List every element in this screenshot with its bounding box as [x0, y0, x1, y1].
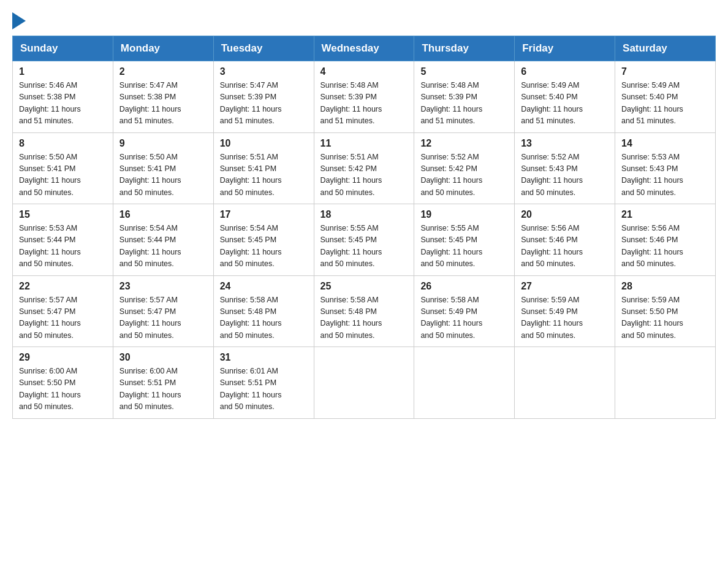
day-number: 26 — [420, 281, 508, 292]
day-number: 2 — [119, 66, 207, 77]
day-info: Sunrise: 6:00 AMSunset: 5:51 PMDaylight:… — [119, 366, 207, 413]
logo-arrow-icon — [12, 12, 26, 29]
day-number: 3 — [220, 66, 308, 77]
day-cell: 17 Sunrise: 5:54 AMSunset: 5:45 PMDaylig… — [213, 204, 314, 276]
day-cell: 14 Sunrise: 5:53 AMSunset: 5:43 PMDaylig… — [615, 132, 716, 204]
day-number: 29 — [19, 352, 107, 363]
day-cell: 30 Sunrise: 6:00 AMSunset: 5:51 PMDaylig… — [113, 347, 213, 419]
day-number: 14 — [621, 138, 709, 149]
day-cell — [414, 347, 515, 419]
day-cell: 5 Sunrise: 5:48 AMSunset: 5:39 PMDayligh… — [414, 61, 515, 133]
day-cell: 29 Sunrise: 6:00 AMSunset: 5:50 PMDaylig… — [13, 347, 113, 419]
day-cell: 28 Sunrise: 5:59 AMSunset: 5:50 PMDaylig… — [615, 275, 716, 347]
weekday-header-thursday: Thursday — [414, 36, 515, 61]
day-info: Sunrise: 5:49 AMSunset: 5:40 PMDaylight:… — [521, 80, 609, 128]
day-info: Sunrise: 5:58 AMSunset: 5:49 PMDaylight:… — [420, 294, 508, 342]
day-number: 5 — [420, 66, 508, 77]
day-cell — [515, 347, 615, 419]
day-info: Sunrise: 5:52 AMSunset: 5:43 PMDaylight:… — [521, 151, 609, 199]
logo — [12, 12, 26, 29]
day-cell: 16 Sunrise: 5:54 AMSunset: 5:44 PMDaylig… — [113, 204, 213, 276]
calendar-table: SundayMondayTuesdayWednesdayThursdayFrid… — [12, 36, 716, 419]
day-number: 27 — [521, 281, 609, 292]
week-row-2: 8 Sunrise: 5:50 AMSunset: 5:41 PMDayligh… — [13, 132, 716, 204]
day-number: 19 — [420, 209, 508, 220]
day-cell: 7 Sunrise: 5:49 AMSunset: 5:40 PMDayligh… — [615, 61, 716, 133]
day-number: 28 — [621, 281, 709, 292]
day-cell: 15 Sunrise: 5:53 AMSunset: 5:44 PMDaylig… — [13, 204, 113, 276]
day-number: 30 — [119, 352, 207, 363]
day-number: 15 — [19, 209, 107, 220]
day-cell — [615, 347, 716, 419]
day-cell: 8 Sunrise: 5:50 AMSunset: 5:41 PMDayligh… — [13, 132, 113, 204]
day-info: Sunrise: 6:00 AMSunset: 5:50 PMDaylight:… — [19, 366, 107, 413]
day-info: Sunrise: 5:56 AMSunset: 5:46 PMDaylight:… — [621, 223, 709, 270]
day-number: 25 — [320, 281, 408, 292]
weekday-header-tuesday: Tuesday — [213, 36, 314, 61]
day-info: Sunrise: 5:51 AMSunset: 5:42 PMDaylight:… — [320, 151, 408, 199]
day-cell: 22 Sunrise: 5:57 AMSunset: 5:47 PMDaylig… — [13, 275, 113, 347]
day-cell: 24 Sunrise: 5:58 AMSunset: 5:48 PMDaylig… — [213, 275, 314, 347]
day-info: Sunrise: 5:49 AMSunset: 5:40 PMDaylight:… — [621, 80, 709, 128]
day-cell: 2 Sunrise: 5:47 AMSunset: 5:38 PMDayligh… — [113, 61, 213, 133]
day-info: Sunrise: 5:53 AMSunset: 5:44 PMDaylight:… — [19, 223, 107, 270]
day-number: 22 — [19, 281, 107, 292]
svg-marker-0 — [12, 12, 26, 29]
day-info: Sunrise: 5:55 AMSunset: 5:45 PMDaylight:… — [420, 223, 508, 270]
day-cell: 27 Sunrise: 5:59 AMSunset: 5:49 PMDaylig… — [515, 275, 615, 347]
day-info: Sunrise: 5:51 AMSunset: 5:41 PMDaylight:… — [220, 151, 308, 199]
week-row-5: 29 Sunrise: 6:00 AMSunset: 5:50 PMDaylig… — [13, 347, 716, 419]
day-number: 8 — [19, 138, 107, 149]
day-info: Sunrise: 5:50 AMSunset: 5:41 PMDaylight:… — [19, 151, 107, 199]
day-info: Sunrise: 5:59 AMSunset: 5:49 PMDaylight:… — [521, 294, 609, 342]
day-cell: 19 Sunrise: 5:55 AMSunset: 5:45 PMDaylig… — [414, 204, 515, 276]
day-info: Sunrise: 6:01 AMSunset: 5:51 PMDaylight:… — [220, 366, 308, 413]
day-cell: 26 Sunrise: 5:58 AMSunset: 5:49 PMDaylig… — [414, 275, 515, 347]
day-number: 24 — [220, 281, 308, 292]
day-info: Sunrise: 5:52 AMSunset: 5:42 PMDaylight:… — [420, 151, 508, 199]
day-cell: 25 Sunrise: 5:58 AMSunset: 5:48 PMDaylig… — [314, 275, 414, 347]
day-cell: 6 Sunrise: 5:49 AMSunset: 5:40 PMDayligh… — [515, 61, 615, 133]
day-info: Sunrise: 5:56 AMSunset: 5:46 PMDaylight:… — [521, 223, 609, 270]
day-cell: 23 Sunrise: 5:57 AMSunset: 5:47 PMDaylig… — [113, 275, 213, 347]
day-cell: 10 Sunrise: 5:51 AMSunset: 5:41 PMDaylig… — [213, 132, 314, 204]
day-number: 23 — [119, 281, 207, 292]
day-info: Sunrise: 5:59 AMSunset: 5:50 PMDaylight:… — [621, 294, 709, 342]
day-number: 4 — [320, 66, 408, 77]
day-cell — [314, 347, 414, 419]
day-cell: 12 Sunrise: 5:52 AMSunset: 5:42 PMDaylig… — [414, 132, 515, 204]
weekday-header-monday: Monday — [113, 36, 213, 61]
weekday-header-sunday: Sunday — [13, 36, 113, 61]
day-info: Sunrise: 5:55 AMSunset: 5:45 PMDaylight:… — [320, 223, 408, 270]
day-number: 13 — [521, 138, 609, 149]
day-cell: 13 Sunrise: 5:52 AMSunset: 5:43 PMDaylig… — [515, 132, 615, 204]
day-info: Sunrise: 5:58 AMSunset: 5:48 PMDaylight:… — [320, 294, 408, 342]
day-info: Sunrise: 5:54 AMSunset: 5:44 PMDaylight:… — [119, 223, 207, 270]
day-cell: 4 Sunrise: 5:48 AMSunset: 5:39 PMDayligh… — [314, 61, 414, 133]
day-info: Sunrise: 5:53 AMSunset: 5:43 PMDaylight:… — [621, 151, 709, 199]
day-info: Sunrise: 5:54 AMSunset: 5:45 PMDaylight:… — [220, 223, 308, 270]
week-row-3: 15 Sunrise: 5:53 AMSunset: 5:44 PMDaylig… — [13, 204, 716, 276]
day-number: 7 — [621, 66, 709, 77]
day-cell: 1 Sunrise: 5:46 AMSunset: 5:38 PMDayligh… — [13, 61, 113, 133]
day-cell: 20 Sunrise: 5:56 AMSunset: 5:46 PMDaylig… — [515, 204, 615, 276]
day-cell: 3 Sunrise: 5:47 AMSunset: 5:39 PMDayligh… — [213, 61, 314, 133]
day-info: Sunrise: 5:58 AMSunset: 5:48 PMDaylight:… — [220, 294, 308, 342]
day-info: Sunrise: 5:48 AMSunset: 5:39 PMDaylight:… — [420, 80, 508, 128]
day-info: Sunrise: 5:48 AMSunset: 5:39 PMDaylight:… — [320, 80, 408, 128]
week-row-4: 22 Sunrise: 5:57 AMSunset: 5:47 PMDaylig… — [13, 275, 716, 347]
day-number: 20 — [521, 209, 609, 220]
day-number: 12 — [420, 138, 508, 149]
day-info: Sunrise: 5:47 AMSunset: 5:39 PMDaylight:… — [220, 80, 308, 128]
weekday-header-row: SundayMondayTuesdayWednesdayThursdayFrid… — [13, 36, 716, 61]
day-number: 18 — [320, 209, 408, 220]
day-number: 10 — [220, 138, 308, 149]
day-cell: 11 Sunrise: 5:51 AMSunset: 5:42 PMDaylig… — [314, 132, 414, 204]
day-cell: 9 Sunrise: 5:50 AMSunset: 5:41 PMDayligh… — [113, 132, 213, 204]
day-info: Sunrise: 5:46 AMSunset: 5:38 PMDaylight:… — [19, 80, 107, 128]
day-number: 16 — [119, 209, 207, 220]
day-info: Sunrise: 5:50 AMSunset: 5:41 PMDaylight:… — [119, 151, 207, 199]
day-cell: 31 Sunrise: 6:01 AMSunset: 5:51 PMDaylig… — [213, 347, 314, 419]
day-number: 11 — [320, 138, 408, 149]
page-header — [12, 12, 716, 29]
